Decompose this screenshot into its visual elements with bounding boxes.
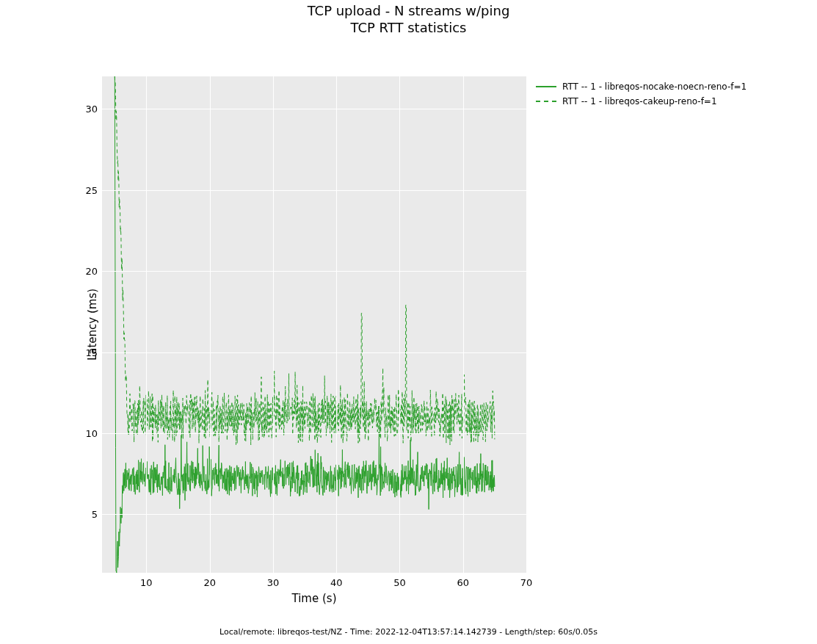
legend-label: RTT -- 1 - libreqos-nocake-noecn-reno-f=… (562, 82, 747, 92)
x-tick-label: 70 (520, 577, 533, 588)
y-tick-label: 10 (81, 428, 98, 439)
y-tick-label: 30 (81, 104, 98, 115)
gridline-h (102, 514, 526, 515)
x-tick-label: 20 (203, 577, 216, 588)
chart-page: TCP upload - N streams w/ping TCP RTT st… (0, 0, 817, 644)
gridline-h (102, 271, 526, 272)
legend-item-0: RTT -- 1 - libreqos-nocake-noecn-reno-f=… (536, 79, 747, 94)
legend-swatch-dashed (536, 101, 556, 102)
legend-label: RTT -- 1 - libreqos-cakeup-reno-f=1 (562, 96, 717, 106)
chart-title: TCP upload - N streams w/ping (308, 3, 510, 18)
gridline-v (399, 76, 400, 573)
y-axis-label: Latency (ms) (86, 289, 99, 361)
x-tick-label: 30 (267, 577, 280, 588)
chart-subtitle: TCP RTT statistics (0, 20, 817, 37)
legend-item-1: RTT -- 1 - libreqos-cakeup-reno-f=1 (536, 94, 747, 109)
plot-area (102, 76, 526, 573)
series-1-line (115, 76, 495, 445)
x-tick-label: 60 (457, 577, 469, 588)
footer-text: Local/remote: libreqos-test/NZ - Time: 2… (0, 627, 817, 637)
title-block: TCP upload - N streams w/ping TCP RTT st… (0, 3, 817, 36)
x-axis-label: Time (s) (292, 592, 337, 605)
gridline-v (146, 76, 147, 573)
gridline-v (273, 76, 274, 573)
gridline-h (102, 109, 526, 109)
gridline-v (526, 76, 527, 573)
gridline-v (336, 76, 337, 573)
y-tick-label: 20 (81, 266, 98, 277)
gridline-h (102, 352, 526, 353)
gridline-v (463, 76, 464, 573)
x-tick-label: 10 (140, 577, 153, 588)
y-tick-label: 25 (81, 184, 98, 195)
legend-swatch-solid (536, 86, 556, 87)
series-0-line (115, 76, 495, 573)
x-tick-label: 50 (393, 577, 406, 588)
y-tick-label: 5 (81, 509, 98, 520)
legend: RTT -- 1 - libreqos-nocake-noecn-reno-f=… (536, 79, 747, 109)
x-tick-label: 40 (330, 577, 343, 588)
gridline-h (102, 433, 526, 434)
gridline-v (210, 76, 211, 573)
gridline-h (102, 190, 526, 191)
